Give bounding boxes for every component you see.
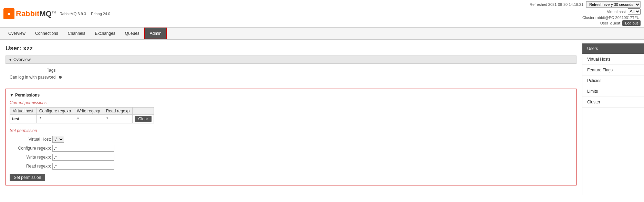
permissions-triangle: ▼ bbox=[10, 93, 14, 98]
refreshed-text: Refreshed 2021-08-20 14:18:21 bbox=[530, 2, 583, 7]
can-log-value bbox=[59, 74, 64, 80]
read-form-label: Read regexp: bbox=[10, 164, 51, 169]
page-title: User: xzz bbox=[6, 45, 577, 52]
configure-form-input[interactable] bbox=[52, 145, 114, 152]
vhost-form-label: Virtual Host: bbox=[10, 137, 51, 142]
nav-queues[interactable]: Queues bbox=[120, 28, 144, 39]
col-write: Write regexp bbox=[74, 108, 103, 115]
overview-section-header[interactable]: ▼ Overview bbox=[6, 55, 577, 64]
col-configure: Configure regexp bbox=[36, 108, 74, 115]
set-permission-label: Set permission bbox=[10, 128, 572, 133]
logout-button[interactable]: Log out bbox=[622, 20, 641, 26]
row-vhost: test bbox=[10, 115, 37, 123]
table-row: test .* .* .* Clear bbox=[10, 115, 154, 123]
col-vhost: Virtual host bbox=[10, 108, 37, 115]
erlang-version: Erlang 24.0 bbox=[91, 12, 110, 16]
read-form-input[interactable] bbox=[52, 163, 114, 170]
row-read: .* bbox=[103, 115, 133, 123]
overview-triangle: ▼ bbox=[9, 58, 12, 62]
current-permissions-label: Current permissions bbox=[10, 100, 572, 105]
configure-form-label: Configure regexp: bbox=[10, 146, 51, 151]
logo-tm: TM bbox=[52, 10, 56, 14]
nav-connections[interactable]: Connections bbox=[30, 28, 63, 39]
nav-channels[interactable]: Channels bbox=[63, 28, 90, 39]
sidebar-item-users[interactable]: Users bbox=[582, 43, 644, 54]
can-log-dot bbox=[59, 76, 62, 79]
vhost-form-select[interactable]: / bbox=[52, 136, 64, 143]
rabbitmq-version: RabbitMQ 3.9.3 bbox=[60, 12, 86, 16]
tags-value bbox=[59, 67, 64, 73]
can-log-label: Can log in with password bbox=[10, 74, 58, 80]
sidebar-item-cluster[interactable]: Cluster bbox=[582, 97, 644, 108]
virtual-host-select[interactable]: All bbox=[628, 8, 641, 15]
permissions-header-label: Permissions bbox=[15, 93, 40, 98]
nav-exchanges[interactable]: Exchanges bbox=[90, 28, 120, 39]
write-form-label: Write regexp: bbox=[10, 155, 51, 160]
user-value: guest bbox=[610, 21, 620, 25]
clear-button[interactable]: Clear bbox=[135, 116, 152, 122]
row-configure: .* bbox=[36, 115, 74, 123]
rabbitmq-logo-text: RabbitMQTM bbox=[16, 9, 56, 18]
sidebar-item-policies[interactable]: Policies bbox=[582, 75, 644, 86]
row-clear: Clear bbox=[133, 115, 154, 123]
nav-overview[interactable]: Overview bbox=[3, 28, 30, 39]
sidebar-item-feature-flags[interactable]: Feature Flags bbox=[582, 65, 644, 75]
sidebar: Users Virtual Hosts Feature Flags Polici… bbox=[582, 40, 644, 195]
sidebar-item-virtual-hosts[interactable]: Virtual Hosts bbox=[582, 54, 644, 65]
user-label: User bbox=[600, 21, 608, 25]
write-form-input[interactable] bbox=[52, 154, 114, 161]
col-read: Read regexp bbox=[103, 108, 133, 115]
virtual-host-label: Virtual host bbox=[607, 10, 626, 14]
rabbitmq-logo-icon: ■ bbox=[3, 8, 14, 19]
tags-label: Tags bbox=[10, 67, 58, 73]
nav-admin[interactable]: Admin bbox=[144, 28, 167, 39]
overview-label: Overview bbox=[13, 57, 31, 62]
row-write: .* bbox=[74, 115, 103, 123]
permissions-box: ▼ Permissions Current permissions Virtua… bbox=[6, 89, 577, 185]
cluster-value: rabbit@PC-20210317TFUI bbox=[595, 16, 641, 20]
col-action bbox=[133, 108, 154, 115]
refresh-interval-select[interactable]: Refresh every 30 seconds bbox=[586, 1, 641, 8]
cluster-label: Cluster bbox=[582, 16, 594, 20]
set-permission-button[interactable]: Set permission bbox=[10, 174, 45, 181]
sidebar-item-limits[interactable]: Limits bbox=[582, 86, 644, 97]
main-nav: Overview Connections Channels Exchanges … bbox=[0, 28, 644, 40]
permissions-table: Virtual host Configure regexp Write rege… bbox=[10, 107, 154, 123]
